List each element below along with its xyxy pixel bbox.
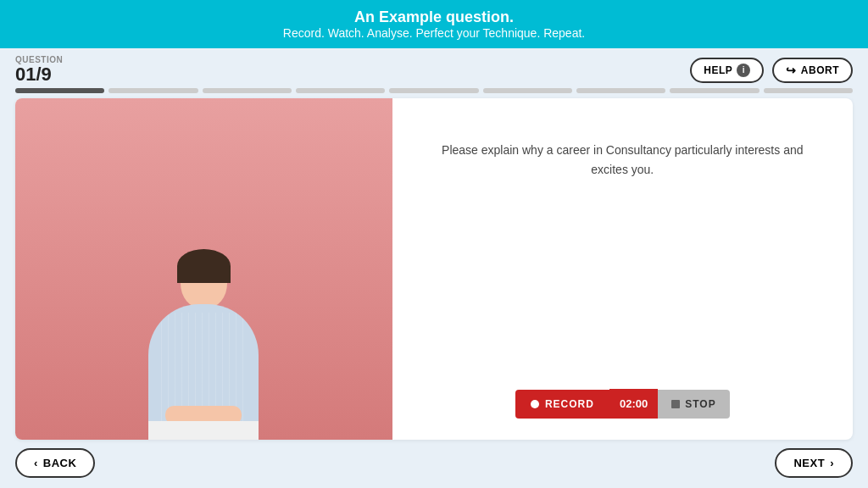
timer-display: 02:00: [609, 389, 658, 419]
content-card: Please explain why a career in Consultan…: [15, 98, 853, 440]
person-hair: [177, 249, 231, 283]
progress-segment-4: [296, 88, 385, 93]
person-figure: [148, 253, 259, 440]
back-chevron-icon: ‹: [34, 457, 38, 469]
abort-icon: ↪: [786, 64, 797, 77]
back-label: BACK: [43, 457, 77, 469]
abort-button[interactable]: ↪ ABORT: [772, 58, 853, 83]
next-button[interactable]: NEXT ›: [775, 448, 853, 478]
banner-title-line2: Record. Watch. Analyse. Perfect your Tec…: [17, 26, 851, 40]
person-body: [148, 304, 259, 440]
question-number: 01/9: [15, 64, 63, 85]
header-buttons: HELP i ↪ ABORT: [690, 58, 853, 83]
next-label: NEXT: [793, 457, 825, 469]
progress-segment-5: [389, 88, 478, 93]
question-text: Please explain why a career in Consultan…: [418, 141, 827, 179]
footer-row: ‹ BACK NEXT ›: [0, 440, 868, 488]
record-button[interactable]: RECORD: [515, 390, 609, 419]
help-icon: i: [737, 64, 750, 77]
back-button[interactable]: ‹ BACK: [15, 448, 95, 478]
progress-segment-7: [576, 88, 665, 93]
top-banner: An Example question. Record. Watch. Anal…: [0, 0, 868, 48]
main-content: Please explain why a career in Consultan…: [0, 98, 868, 440]
progress-segment-9: [764, 88, 853, 93]
progress-segment-1: [15, 88, 104, 93]
banner-title-line1: An Example question.: [17, 8, 851, 26]
progress-segment-6: [483, 88, 572, 93]
progress-segment-3: [203, 88, 292, 93]
record-dot-icon: [531, 400, 539, 408]
video-placeholder: [15, 98, 392, 440]
question-label: QUESTION 01/9: [15, 55, 63, 85]
right-panel: Please explain why a career in Consultan…: [392, 98, 853, 440]
stop-square-icon: [671, 400, 680, 408]
person-head: [181, 253, 227, 308]
video-area: [15, 98, 392, 440]
next-chevron-icon: ›: [830, 457, 834, 469]
help-label: HELP: [704, 64, 732, 76]
table-surface: [148, 421, 259, 440]
progress-segment-2: [108, 88, 198, 93]
recording-controls: RECORD 02:00 STOP: [418, 389, 827, 419]
abort-label: ABORT: [801, 64, 839, 76]
header-row: QUESTION 01/9 HELP i ↪ ABORT: [0, 48, 868, 88]
record-label: RECORD: [545, 398, 594, 410]
stop-label: STOP: [685, 398, 715, 410]
help-button[interactable]: HELP i: [690, 58, 764, 83]
progress-bar: [0, 88, 868, 98]
stop-button[interactable]: STOP: [658, 390, 729, 419]
progress-segment-8: [670, 88, 759, 93]
